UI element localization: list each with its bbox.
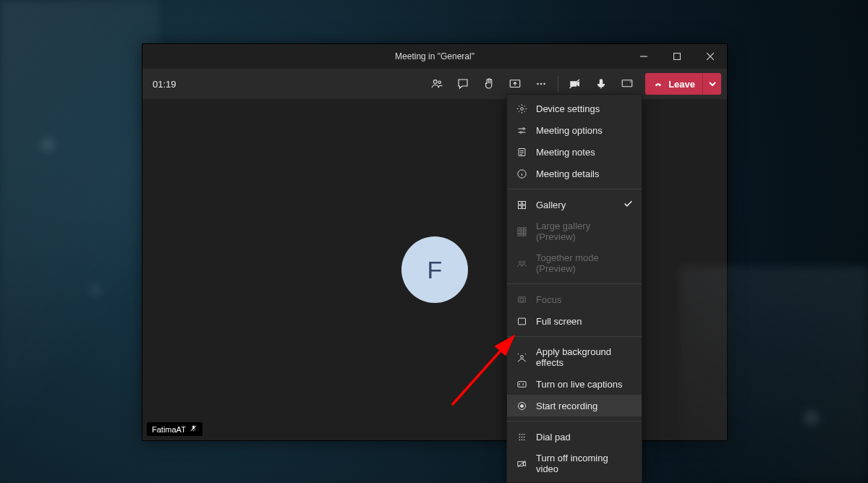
leave-main[interactable]: Leave <box>645 73 702 95</box>
share-screen-button[interactable] <box>615 72 639 96</box>
svg-point-2 <box>438 81 441 83</box>
svg-point-48 <box>523 439 524 440</box>
svg-point-47 <box>521 439 522 440</box>
svg-rect-18 <box>518 201 521 204</box>
svg-point-13 <box>520 107 523 110</box>
svg-point-6 <box>543 83 545 85</box>
camera-button[interactable] <box>563 72 587 96</box>
svg-rect-24 <box>524 227 526 229</box>
more-actions-button[interactable] <box>529 72 553 96</box>
menu-apply-background[interactable]: Apply background effects <box>507 341 642 373</box>
notes-icon <box>516 146 527 158</box>
menu-together-mode: Together mode (Preview) <box>507 247 642 279</box>
svg-point-15 <box>520 131 522 133</box>
svg-point-36 <box>520 355 523 358</box>
menu-focus: Focus <box>507 288 642 310</box>
svg-rect-29 <box>521 234 523 236</box>
menu-dial-pad[interactable]: Dial pad <box>507 426 642 448</box>
svg-point-1 <box>433 80 437 84</box>
svg-point-10 <box>630 81 631 82</box>
avatar-initial: F <box>427 256 443 284</box>
svg-rect-25 <box>517 231 519 233</box>
gear-icon <box>516 103 527 114</box>
svg-point-45 <box>523 436 524 437</box>
svg-rect-23 <box>521 227 523 229</box>
focus-icon <box>516 294 527 305</box>
together-icon <box>516 257 527 269</box>
svg-rect-33 <box>518 296 525 302</box>
window-title: Meeting in "General" <box>142 51 727 61</box>
menu-meeting-options[interactable]: Meeting options <box>507 119 642 141</box>
svg-point-46 <box>519 439 520 440</box>
captions-icon <box>516 378 527 390</box>
dialpad-icon <box>516 431 527 443</box>
svg-rect-9 <box>622 80 632 87</box>
svg-point-32 <box>522 261 524 263</box>
svg-rect-21 <box>522 205 525 208</box>
mic-button[interactable] <box>589 72 613 96</box>
info-icon <box>516 168 527 179</box>
menu-separator <box>507 336 642 337</box>
svg-point-41 <box>521 433 522 435</box>
svg-rect-26 <box>521 231 523 233</box>
svg-rect-20 <box>518 205 521 208</box>
menu-meeting-notes[interactable]: Meeting notes <box>507 141 642 163</box>
leave-button[interactable]: Leave <box>645 73 721 95</box>
svg-point-42 <box>523 433 524 435</box>
menu-separator <box>507 421 642 422</box>
menu-separator <box>507 283 642 284</box>
svg-point-31 <box>519 261 521 263</box>
menu-turn-off-incoming-video[interactable]: Turn off incoming video <box>507 448 642 479</box>
background-effects-icon <box>516 351 527 363</box>
menu-start-recording[interactable]: Start recording <box>507 395 642 416</box>
svg-rect-22 <box>517 227 519 229</box>
svg-rect-34 <box>520 298 524 301</box>
svg-rect-35 <box>518 318 525 325</box>
svg-rect-27 <box>524 231 526 233</box>
menu-live-captions[interactable]: Turn on live captions <box>507 373 642 395</box>
participant-label: FatimaAT <box>147 422 203 436</box>
share-button[interactable] <box>503 72 527 96</box>
fullscreen-icon <box>516 315 527 327</box>
leave-dropdown[interactable] <box>702 73 721 95</box>
menu-meeting-details[interactable]: Meeting details <box>507 163 642 184</box>
checkmark-icon <box>624 199 633 210</box>
large-grid-icon <box>516 226 527 237</box>
menu-large-gallery: Large gallery (Preview) <box>507 215 642 247</box>
svg-point-44 <box>521 436 522 437</box>
record-icon <box>516 400 527 411</box>
sliders-icon <box>516 124 527 136</box>
participant-avatar: F <box>401 236 468 303</box>
svg-point-14 <box>522 127 524 129</box>
more-actions-menu: Device settings Meeting options Meeting … <box>506 94 642 483</box>
leave-label: Leave <box>668 79 695 90</box>
call-timer: 01:19 <box>153 79 176 90</box>
svg-point-39 <box>520 404 523 407</box>
participants-button[interactable] <box>425 72 449 96</box>
svg-point-4 <box>537 83 538 85</box>
participant-name: FatimaAT <box>152 425 186 434</box>
video-off-icon <box>516 458 527 469</box>
chat-button[interactable] <box>451 72 475 96</box>
grid-icon <box>516 199 527 210</box>
svg-rect-28 <box>517 234 519 236</box>
svg-point-5 <box>540 83 542 85</box>
menu-device-settings[interactable]: Device settings <box>507 98 642 119</box>
svg-rect-30 <box>524 234 526 236</box>
svg-rect-19 <box>522 201 525 204</box>
menu-full-screen[interactable]: Full screen <box>507 310 642 332</box>
titlebar: Meeting in "General" <box>142 44 727 69</box>
menu-separator <box>507 189 642 189</box>
menu-gallery[interactable]: Gallery <box>507 194 642 215</box>
svg-point-40 <box>519 433 520 435</box>
mic-muted-icon <box>190 424 197 434</box>
toolbar-separator <box>558 76 558 92</box>
raise-hand-button[interactable] <box>477 72 501 96</box>
svg-point-43 <box>519 436 520 437</box>
